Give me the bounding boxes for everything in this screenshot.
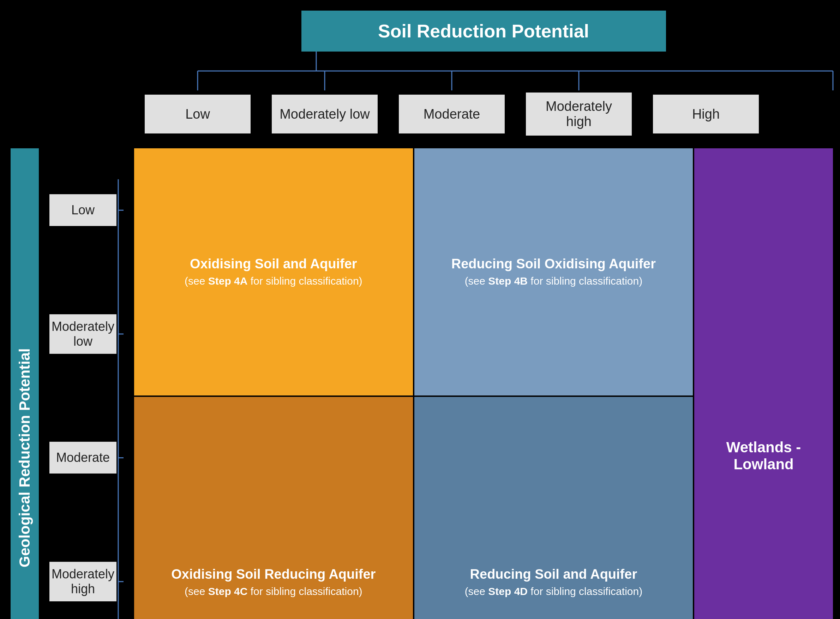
col-header-low: Low [134,90,261,138]
cell-oxidising-soil-aquifer: Oxidising Soil and Aquifer (see Step 4A … [134,148,413,395]
left-side: Geological Reduction Potential [7,148,134,619]
main-container: Soil Reduction Potential Low Moderately … [0,0,840,619]
header-box: Soil Reduction Potential [301,10,666,52]
connector-area [7,52,833,90]
col-header-moderately-high: Moderately high [515,90,642,138]
grid-area: Geological Reduction Potential [7,148,833,619]
row-labels-col: Low Moderately low Moderate Moderately h… [42,148,124,619]
col-headers-row: Low Moderately low Moderate Moderately h… [7,90,833,138]
col-header-box-moderate: Moderate [399,95,505,133]
col-header-high: High [642,90,770,138]
col-header-box-moderately-high: Moderately high [526,93,632,136]
cell-reducing-soil-oxidising-aquifer: Reducing Soil Oxidising Aquifer (see Ste… [414,148,693,395]
row-label-moderately-low: Moderately low [46,272,120,396]
col-header-box-high: High [653,95,759,133]
row-label-moderate: Moderate [46,396,120,520]
vertical-label-container: Geological Reduction Potential [7,148,42,619]
row-label-moderately-high: Moderately high [46,520,120,619]
right-side: Oxidising Soil and Aquifer (see Step 4A … [134,148,833,619]
cell-reducing-soil-aquifer: Reducing Soil and Aquifer (see Step 4D f… [414,397,693,619]
row-label-low: Low [46,148,120,272]
col-header-box-moderately-low: Moderately low [272,95,377,133]
col-header-moderate: Moderate [388,90,515,138]
vertical-label-box: Geological Reduction Potential [10,148,39,619]
col-header-box-low: Low [145,95,251,133]
row-bracket-svg [113,148,124,619]
header-title: Soil Reduction Potential [378,21,589,41]
col-header-moderately-low: Moderately low [261,90,388,138]
cell-oxidising-soil-reducing-aquifer: Oxidising Soil Reducing Aquifer (see Ste… [134,397,413,619]
header-row: Soil Reduction Potential [7,10,833,52]
cell-wetlands: Wetlands - Lowland [694,148,833,619]
